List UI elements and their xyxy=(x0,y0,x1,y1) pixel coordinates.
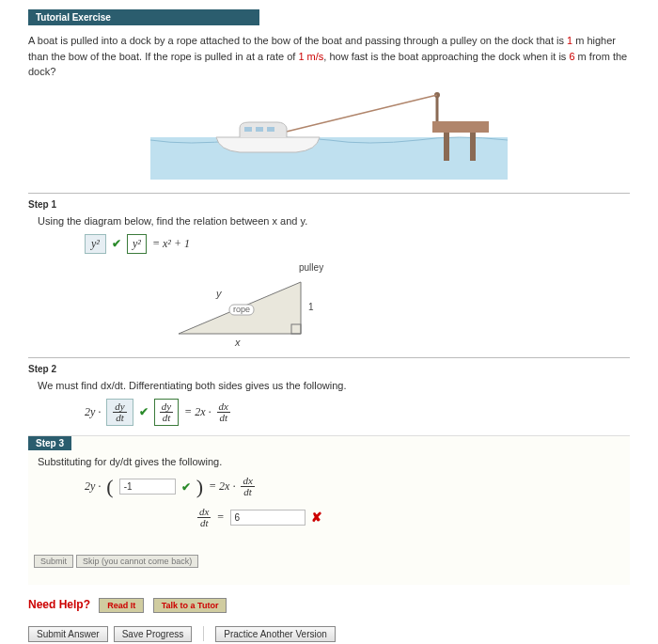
step2-prefix: 2y · xyxy=(85,405,101,419)
svg-line-6 xyxy=(263,95,437,137)
open-paren: ( xyxy=(106,475,113,499)
step2-rhs-prefix: = 2x · xyxy=(184,405,211,419)
question-text: A boat is pulled into a dock by a rope a… xyxy=(28,33,630,80)
svg-rect-9 xyxy=(267,127,274,132)
step2-title: Step 2 xyxy=(28,364,630,374)
svg-rect-7 xyxy=(244,127,252,132)
step2-answer-entered: dydt xyxy=(106,399,133,426)
question-prefix: A boat is pulled into a dock by a rope a… xyxy=(28,35,567,46)
divider xyxy=(203,626,204,641)
step3-rhs-prefix: = 2x · xyxy=(209,479,235,494)
checkmark-icon: ✔ xyxy=(112,237,121,250)
svg-rect-1 xyxy=(432,121,489,133)
step3-text: Substituting for dy/dt gives the followi… xyxy=(38,456,630,467)
tutorial-exercise-header: Tutorial Exercise xyxy=(28,9,259,25)
save-progress-button[interactable]: Save Progress xyxy=(114,626,193,642)
step1-answer-entered: y² xyxy=(85,234,106,254)
boat-dock-figure xyxy=(150,86,508,180)
step1-rhs: = x² + 1 xyxy=(152,237,190,251)
svg-text:pulley: pulley xyxy=(299,263,323,273)
divider xyxy=(28,357,630,358)
step1-text: Using the diagram below, find the relati… xyxy=(38,215,630,227)
svg-rect-0 xyxy=(150,137,508,180)
submit-answer-button[interactable]: Submit Answer xyxy=(28,626,108,642)
step3-input2[interactable]: 6 xyxy=(230,510,306,526)
step2-rhs-frac: dxdt xyxy=(217,401,230,423)
svg-text:rope: rope xyxy=(233,305,250,314)
svg-text:x: x xyxy=(234,337,241,348)
step3-line2-frac: dxdt xyxy=(197,507,211,528)
svg-text:1: 1 xyxy=(308,302,314,312)
checkmark-icon: ✔ xyxy=(139,405,149,418)
triangle-diagram: pulley 1 x y rope xyxy=(160,263,348,348)
step2-answer-correct: dydt xyxy=(154,399,179,426)
svg-rect-8 xyxy=(256,127,263,132)
close-paren: ) xyxy=(196,475,203,499)
svg-text:y: y xyxy=(215,288,223,299)
talk-to-tutor-button[interactable]: Talk to a Tutor xyxy=(153,598,227,613)
submit-step-button[interactable]: Submit xyxy=(34,555,73,568)
question-val2: 1 m/s xyxy=(298,51,323,62)
step3-title: Step 3 xyxy=(28,436,71,450)
question-mid2: , how fast is the boat approaching the d… xyxy=(323,51,569,62)
checkmark-icon: ✔ xyxy=(181,480,191,494)
step3-rhs-frac: dxdt xyxy=(241,476,254,497)
step3-prefix: 2y · xyxy=(85,479,101,494)
step1-title: Step 1 xyxy=(28,199,630,210)
need-help-label: Need Help? Read It Talk to a Tutor xyxy=(28,598,630,613)
practice-another-button[interactable]: Practice Another Version xyxy=(215,626,336,642)
divider xyxy=(28,193,630,194)
step1-answer-correct: y² xyxy=(127,234,147,254)
svg-rect-3 xyxy=(470,133,476,161)
equals-sign: = xyxy=(216,510,224,525)
svg-rect-2 xyxy=(444,133,449,161)
skip-button[interactable]: Skip (you cannot come back) xyxy=(76,555,198,568)
read-it-button[interactable]: Read It xyxy=(99,598,144,613)
step2-text: We must find dx/dt. Differentiating both… xyxy=(38,380,630,391)
step3-input1[interactable]: -1 xyxy=(119,479,176,495)
cross-icon: ✘ xyxy=(311,510,322,525)
